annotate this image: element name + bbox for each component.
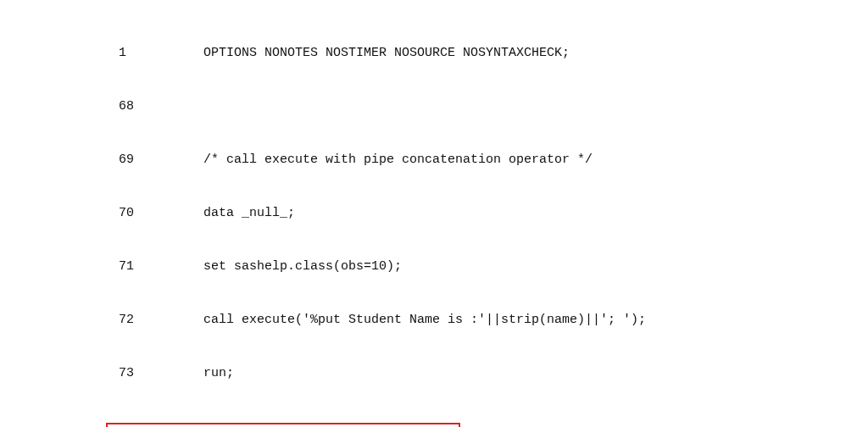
line-number: 1 (119, 44, 203, 62)
source-text: call execute('%put Student Name is :'||s… (203, 311, 646, 329)
code-line: 72 call execute('%put Student Name is :'… (119, 311, 868, 329)
source-text: /* call execute with pipe concatenation … (203, 151, 593, 169)
line-number: 73 (119, 364, 203, 382)
source-text: set sashelp.class(obs=10); (203, 258, 402, 275)
line-number: 69 (119, 151, 203, 169)
code-line: 71 set sashelp.class(obs=10); (119, 258, 868, 275)
line-number: 68 (119, 97, 203, 115)
code-line: 73 run; (119, 364, 868, 382)
source-text: OPTIONS NONOTES NOSTIMER NOSOURCE NOSYNT… (203, 44, 570, 62)
highlighted-output: Student Name is :Alfred Student Name is … (106, 423, 460, 427)
code-line: 1 OPTIONS NONOTES NOSTIMER NOSOURCE NOSY… (119, 44, 868, 62)
code-line: 69 /* call execute with pipe concatenati… (119, 151, 868, 169)
source-text: data _null_; (203, 204, 295, 222)
code-line: 70 data _null_; (119, 204, 868, 222)
log-viewport: 1 OPTIONS NONOTES NOSTIMER NOSOURCE NOSY… (0, 0, 868, 427)
source-code-block: 1 OPTIONS NONOTES NOSTIMER NOSOURCE NOSY… (0, 8, 868, 418)
line-number: 71 (119, 258, 203, 275)
line-number: 70 (119, 204, 203, 222)
source-text: run; (203, 364, 234, 382)
line-number: 72 (119, 311, 203, 329)
code-line: 68 (119, 97, 868, 115)
